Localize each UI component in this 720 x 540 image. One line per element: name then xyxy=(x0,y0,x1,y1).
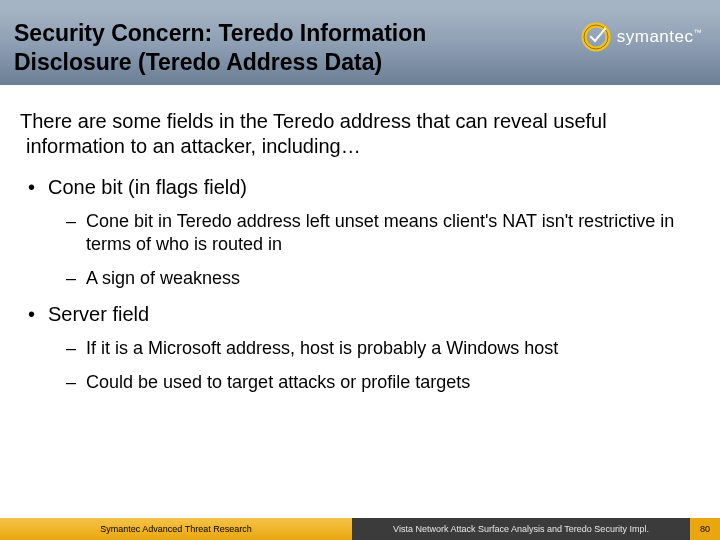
slide-body: There are some fields in the Teredo addr… xyxy=(0,85,720,394)
footer-left: Symantec Advanced Threat Research xyxy=(0,518,352,540)
sub-bullet-item: If it is a Microsoft address, host is pr… xyxy=(66,337,700,360)
slide-footer: Symantec Advanced Threat Research Vista … xyxy=(0,518,720,540)
bullet-text: Server field xyxy=(48,303,149,325)
sub-bullet-list: Cone bit in Teredo address left unset me… xyxy=(48,210,700,290)
sub-bullet-item: A sign of weakness xyxy=(66,267,700,290)
footer-center: Vista Network Attack Surface Analysis an… xyxy=(352,518,690,540)
bullet-item: Cone bit (in flags field) Cone bit in Te… xyxy=(28,175,700,290)
brand-logo: symantec™ xyxy=(581,22,702,52)
slide-title: Security Concern: Teredo Information Dis… xyxy=(0,9,488,77)
slide-header: Security Concern: Teredo Information Dis… xyxy=(0,0,720,85)
intro-text: There are some fields in the Teredo addr… xyxy=(20,109,700,159)
bullet-list: Cone bit (in flags field) Cone bit in Te… xyxy=(20,175,700,394)
brand-name: symantec™ xyxy=(617,27,702,47)
symantec-logo-icon xyxy=(581,22,611,52)
page-number: 80 xyxy=(690,518,720,540)
sub-bullet-item: Could be used to target attacks or profi… xyxy=(66,371,700,394)
sub-bullet-item: Cone bit in Teredo address left unset me… xyxy=(66,210,700,255)
slide: Security Concern: Teredo Information Dis… xyxy=(0,0,720,540)
bullet-item: Server field If it is a Microsoft addres… xyxy=(28,302,700,394)
bullet-text: Cone bit (in flags field) xyxy=(48,176,247,198)
sub-bullet-list: If it is a Microsoft address, host is pr… xyxy=(48,337,700,394)
